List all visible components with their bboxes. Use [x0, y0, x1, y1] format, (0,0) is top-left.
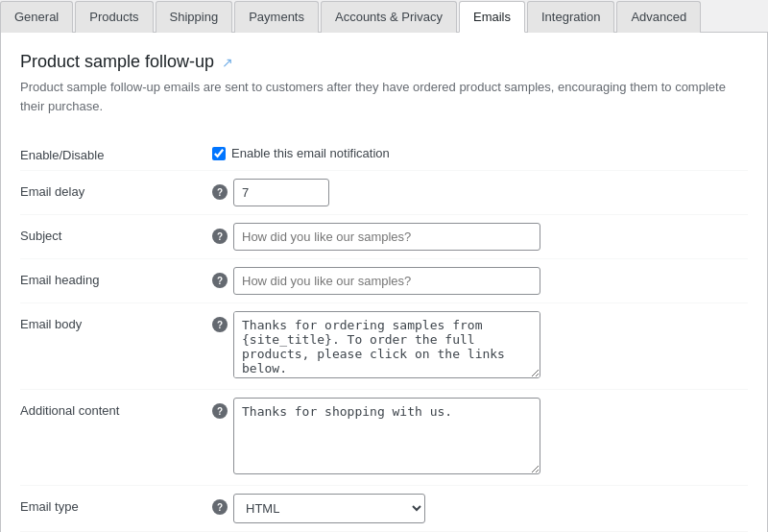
field-row-email-body: Email body ? Thanks for ordering samples…: [20, 303, 748, 390]
tab-products[interactable]: Products: [75, 1, 153, 33]
tabs-bar: General Products Shipping Payments Accou…: [0, 0, 768, 33]
email-heading-input-container: [233, 267, 748, 295]
tab-general[interactable]: General: [0, 1, 73, 33]
email-type-label: Email type: [20, 494, 212, 514]
tab-shipping[interactable]: Shipping: [156, 1, 233, 33]
subject-input-container: [233, 223, 748, 251]
email-delay-label: Email delay: [20, 179, 212, 199]
subject-input[interactable]: [233, 223, 540, 251]
main-content: Product sample follow-up ↗ Product sampl…: [0, 33, 768, 532]
email-heading-input[interactable]: [233, 267, 540, 295]
subject-input-wrapper: ?: [212, 223, 748, 251]
enable-checkbox[interactable]: [212, 147, 226, 160]
field-row-additional-content: Additional content ? Thanks for shopping…: [20, 390, 748, 486]
email-type-select[interactable]: HTML Plain text Multipart: [233, 494, 425, 523]
email-heading-input-wrapper: ?: [212, 267, 748, 295]
field-row-email-delay: Email delay ?: [20, 171, 748, 215]
enable-checkbox-row: Enable this email notification: [212, 142, 390, 160]
email-body-input-container: Thanks for ordering samples from {site_t…: [233, 311, 748, 381]
tab-payments[interactable]: Payments: [234, 1, 319, 33]
email-delay-input-container: [233, 179, 748, 206]
tab-integration[interactable]: Integration: [527, 1, 614, 33]
enable-disable-input-wrapper: Enable this email notification: [212, 142, 748, 160]
field-row-email-heading: Email heading ?: [20, 259, 748, 303]
email-heading-label: Email heading: [20, 267, 212, 287]
page-title-link[interactable]: ↗: [222, 55, 233, 70]
email-body-textarea[interactable]: Thanks for ordering samples from {site_t…: [233, 311, 540, 378]
tab-emails[interactable]: Emails: [459, 1, 525, 33]
email-type-input-wrapper: ? HTML Plain text Multipart: [212, 494, 748, 523]
email-type-help-icon[interactable]: ?: [212, 499, 228, 515]
page-title: Product sample follow-up: [20, 52, 214, 72]
field-row-enable: Enable/Disable Enable this email notific…: [20, 134, 748, 171]
email-delay-input-wrapper: ?: [212, 179, 748, 206]
email-delay-input[interactable]: [233, 179, 329, 206]
tab-advanced[interactable]: Advanced: [616, 1, 701, 33]
additional-content-input-wrapper: ? Thanks for shopping with us.: [212, 398, 748, 477]
additional-content-textarea[interactable]: Thanks for shopping with us.: [233, 398, 540, 474]
email-heading-help-icon[interactable]: ?: [212, 273, 228, 288]
enable-checkbox-label[interactable]: Enable this email notification: [231, 146, 390, 160]
subject-help-icon[interactable]: ?: [212, 229, 228, 244]
enable-disable-label: Enable/Disable: [20, 142, 212, 162]
email-body-help-icon[interactable]: ?: [212, 317, 228, 332]
tab-accounts-privacy[interactable]: Accounts & Privacy: [321, 1, 457, 33]
additional-content-help-icon[interactable]: ?: [212, 403, 228, 419]
subject-label: Subject: [20, 223, 212, 243]
additional-content-input-container: Thanks for shopping with us.: [233, 398, 748, 477]
field-row-subject: Subject ?: [20, 215, 748, 259]
page-title-row: Product sample follow-up ↗: [20, 52, 748, 72]
email-body-input-wrapper: ? Thanks for ordering samples from {site…: [212, 311, 748, 381]
email-delay-help-icon[interactable]: ?: [212, 184, 228, 200]
field-row-email-type: Email type ? HTML Plain text Multipart: [20, 486, 748, 532]
email-type-select-container: HTML Plain text Multipart: [233, 494, 748, 523]
page-description: Product sample follow-up emails are sent…: [20, 78, 748, 115]
additional-content-label: Additional content: [20, 398, 212, 418]
email-body-label: Email body: [20, 311, 212, 331]
